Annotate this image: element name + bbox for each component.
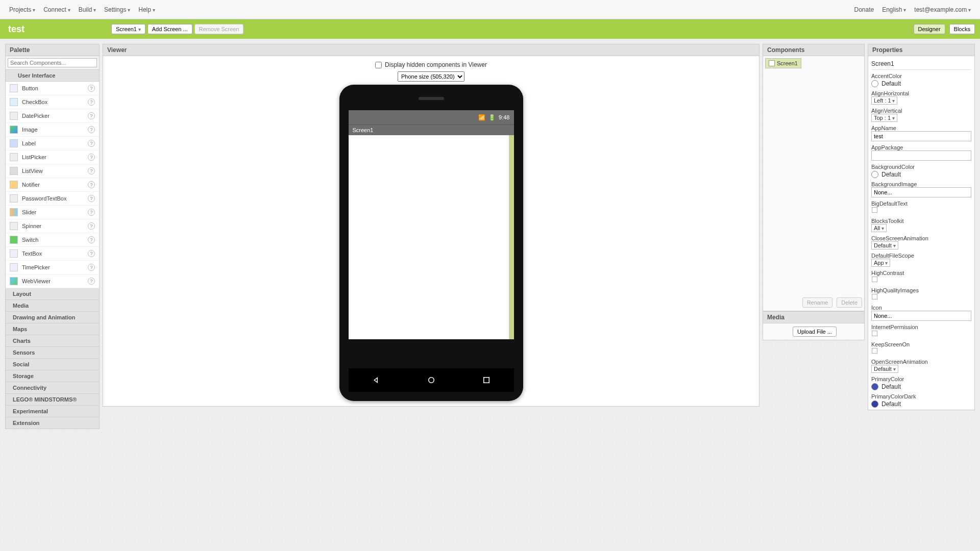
prop-primary-value[interactable]: Default [871, 383, 971, 390]
components-panel: Components Screen1 Rename Delete [763, 44, 865, 311]
prop-icon-label: Icon [871, 305, 971, 311]
account-menu[interactable]: test@example.com [910, 3, 975, 16]
palette-item-image[interactable]: Image ? [6, 123, 99, 137]
palette-item-listview[interactable]: ListView ? [6, 164, 99, 178]
svg-point-0 [428, 378, 434, 383]
listview-icon [10, 167, 18, 175]
palette-item-timepicker[interactable]: TimePicker ? [6, 261, 99, 274]
category-extension[interactable]: Extension [5, 417, 100, 429]
prop-bigtext-check[interactable] [872, 207, 878, 213]
help-icon[interactable]: ? [88, 236, 95, 243]
palette-item-datepicker[interactable]: DatePicker ? [6, 109, 99, 123]
prop-bg-value[interactable]: Default [871, 171, 971, 178]
blocks-tab[interactable]: Blocks [949, 24, 975, 34]
prop-alignh-label: AlignHorizontal [871, 90, 971, 96]
prop-accentcolor-value[interactable]: Default [871, 80, 971, 87]
textbox-icon [10, 249, 18, 258]
help-icon[interactable]: ? [88, 140, 95, 147]
help-icon[interactable]: ? [88, 209, 95, 216]
palette-item-slider[interactable]: Slider ? [6, 206, 99, 219]
prop-apppackage-input[interactable] [871, 151, 971, 161]
palette-item-listpicker[interactable]: ListPicker ? [6, 151, 99, 164]
palette-item-label: CheckBox [22, 99, 47, 105]
help-icon[interactable]: ? [88, 126, 95, 133]
prop-appname-input[interactable] [871, 131, 971, 141]
prop-alignv-select[interactable]: Top : 1 [871, 114, 897, 122]
add-screen-button[interactable]: Add Screen ... [148, 24, 192, 34]
help-icon[interactable]: ? [88, 250, 95, 257]
category-lego-mindstorms-[interactable]: LEGO® MINDSTORMS® [5, 394, 100, 406]
help-icon[interactable]: ? [88, 278, 95, 285]
prop-internet-check[interactable] [872, 331, 878, 337]
prop-icon-input[interactable] [871, 311, 971, 321]
prop-hqimg-check[interactable] [872, 294, 878, 300]
upload-file-button[interactable]: Upload File ... [793, 327, 837, 337]
menu-build[interactable]: Build [75, 3, 100, 16]
category-user-interface[interactable]: User Interface [5, 70, 100, 82]
display-hidden-checkbox[interactable] [375, 62, 382, 68]
category-social[interactable]: Social [5, 359, 100, 370]
prop-toolkit-label: BlocksToolkit [871, 218, 971, 224]
bg-swatch [871, 171, 878, 178]
category-experimental[interactable]: Experimental [5, 406, 100, 417]
prop-openanim-select[interactable]: Default [871, 365, 898, 373]
palette-item-label: TextBox [22, 251, 42, 257]
screen-dropdown[interactable]: Screen1 [111, 24, 145, 34]
category-sensors[interactable]: Sensors [5, 347, 100, 359]
category-media[interactable]: Media [5, 300, 100, 312]
menu-help[interactable]: Help [134, 3, 159, 16]
project-name: test [5, 24, 28, 35]
palette-item-button[interactable]: Button ? [6, 82, 99, 95]
menu-connect[interactable]: Connect [39, 3, 74, 16]
palette-search-input[interactable] [8, 58, 97, 67]
palette-item-passwordtextbox[interactable]: PasswordTextBox ? [6, 192, 99, 206]
prop-primarydark-value[interactable]: Default [871, 400, 971, 408]
palette-item-checkbox[interactable]: CheckBox ? [6, 95, 99, 109]
donate-link[interactable]: Donate [850, 3, 878, 16]
category-layout[interactable]: Layout [5, 288, 100, 300]
category-drawing-and-animation[interactable]: Drawing and Animation [5, 312, 100, 323]
prop-alignh-select[interactable]: Left : 1 [871, 96, 897, 105]
help-icon[interactable]: ? [88, 264, 95, 271]
properties-target: Screen1 [871, 58, 971, 70]
palette-item-label: ListPicker [22, 154, 46, 160]
help-icon[interactable]: ? [88, 98, 95, 106]
prop-toolkit-select[interactable]: All [871, 224, 887, 232]
help-icon[interactable]: ? [88, 85, 95, 92]
prop-primary-label: PrimaryColor [871, 376, 971, 382]
prop-closeanim-select[interactable]: Default [871, 241, 898, 249]
designer-tab[interactable]: Designer [914, 24, 945, 34]
menu-settings[interactable]: Settings [100, 3, 134, 16]
category-maps[interactable]: Maps [5, 323, 100, 335]
palette-item-spinner[interactable]: Spinner ? [6, 219, 99, 233]
help-icon[interactable]: ? [88, 167, 95, 174]
category-charts[interactable]: Charts [5, 335, 100, 347]
button-icon [10, 84, 18, 92]
component-tree-root[interactable]: Screen1 [765, 58, 801, 68]
palette-item-label[interactable]: Label ? [6, 137, 99, 151]
help-icon[interactable]: ? [88, 154, 95, 161]
prop-bgimg-label: BackgroundImage [871, 181, 971, 187]
palette-item-textbox[interactable]: TextBox ? [6, 247, 99, 261]
prop-contrast-check[interactable] [872, 277, 878, 283]
help-icon[interactable]: ? [88, 222, 95, 230]
language-menu[interactable]: English [878, 3, 910, 16]
design-canvas[interactable] [349, 135, 514, 339]
help-icon[interactable]: ? [88, 195, 95, 202]
palette-item-webviewer[interactable]: WebViewer ? [6, 274, 99, 288]
accentcolor-swatch [871, 80, 878, 87]
category-storage[interactable]: Storage [5, 370, 100, 382]
phone-size-select[interactable]: Phone size (505,320) [398, 71, 464, 82]
help-icon[interactable]: ? [88, 181, 95, 188]
menu-projects[interactable]: Projects [5, 3, 39, 16]
palette-item-switch[interactable]: Switch ? [6, 233, 99, 247]
category-connectivity[interactable]: Connectivity [5, 382, 100, 394]
prop-filescope-select[interactable]: App [871, 259, 890, 267]
viewer-panel: Viewer Display hidden components in View… [103, 44, 760, 429]
prop-bgimg-input[interactable] [871, 187, 971, 197]
palette-item-notifier[interactable]: Notifier ? [6, 178, 99, 192]
prop-keepon-check[interactable] [872, 348, 878, 354]
palette-item-label: Image [22, 127, 38, 133]
help-icon[interactable]: ? [88, 112, 95, 119]
palette-item-label: Slider [22, 209, 36, 215]
